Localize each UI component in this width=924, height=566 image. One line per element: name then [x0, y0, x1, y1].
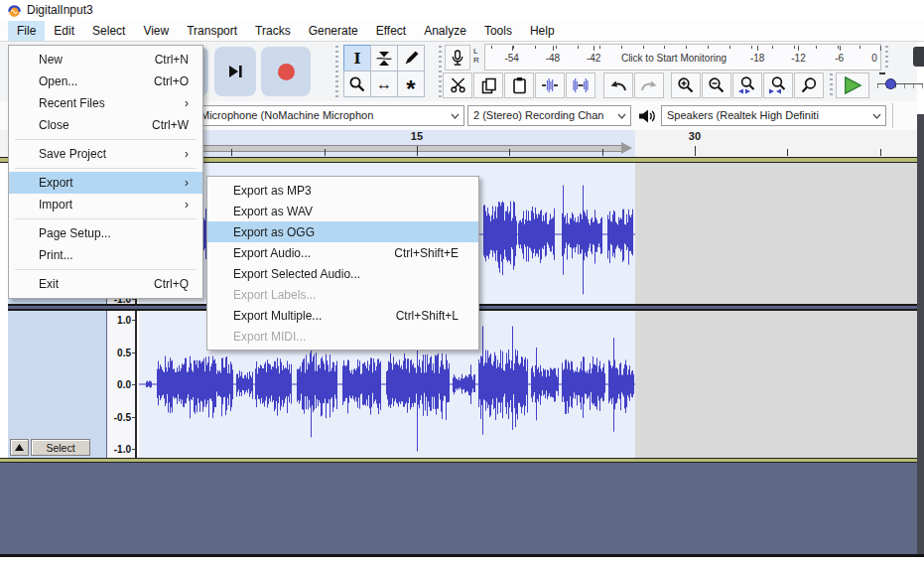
menu-item-label: Open... [39, 74, 154, 88]
trim-audio-button[interactable] [535, 72, 565, 98]
envelope-tool-icon [375, 50, 393, 68]
copy-button[interactable] [473, 72, 503, 98]
zoom-tool-button[interactable] [343, 71, 371, 97]
menu-item-label: Close [39, 118, 152, 132]
menubar-item-effect[interactable]: Effect [367, 21, 415, 41]
play-speed-slider[interactable] [877, 72, 924, 98]
channel-r-label: R [473, 56, 479, 65]
menu-item-shortcut: Ctrl+N [155, 53, 189, 67]
track1-unselected-region[interactable] [635, 163, 917, 304]
playback-device-select[interactable]: Speakers (Realtek High Definiti [661, 105, 886, 126]
record-button[interactable] [261, 47, 311, 96]
meter-major-tick [757, 46, 758, 51]
menubar-item-analyze[interactable]: Analyze [415, 21, 475, 41]
recording-channels-select[interactable]: 2 (Stereo) Recording Chan [467, 105, 631, 126]
meter-minor-tick [513, 46, 514, 49]
track2-control-panel[interactable]: Select [8, 311, 107, 458]
paste-button[interactable] [504, 72, 534, 98]
menu-item-import[interactable]: Import› [9, 194, 202, 215]
menubar-item-transport[interactable]: Transport [178, 21, 246, 41]
vertical-scrollbar[interactable] [917, 114, 924, 554]
menu-item-label: Export as OGG [233, 225, 459, 239]
selection-tool-button[interactable]: I [343, 45, 371, 71]
menu-item-export-as-mp3[interactable]: Export as MP3 [207, 180, 478, 201]
scale-tick [132, 384, 135, 385]
fit-project-button[interactable] [763, 72, 793, 98]
menu-item-export-multiple[interactable]: Export Multiple...Ctrl+Shift+L [207, 305, 478, 326]
collapse-track-button[interactable] [10, 439, 29, 456]
menu-item-open[interactable]: Open...Ctrl+O [9, 71, 202, 92]
menu-item-close[interactable]: CloseCtrl+W [9, 114, 202, 136]
export-submenu: Export as MP3Export as WAVExport as OGGE… [206, 176, 479, 351]
scale-label: 0.0 [117, 379, 131, 390]
silence-audio-button[interactable] [566, 72, 595, 98]
menu-item-save-project[interactable]: Save Project› [9, 143, 202, 165]
record-meter-mic-button[interactable] [445, 45, 470, 71]
menu-item-print[interactable]: Print... [9, 244, 202, 266]
menu-item-label: Page Setup... [39, 226, 189, 240]
slider-thumb[interactable] [885, 78, 896, 89]
scale-label: -1.0 [114, 444, 131, 455]
collapse-triangle-icon [15, 444, 24, 451]
menu-item-export-labels: Export Labels... [207, 284, 478, 305]
scale-tick [132, 320, 135, 321]
meter-toolbar-grip[interactable] [439, 46, 442, 98]
menubar-item-view[interactable]: View [134, 21, 178, 41]
menu-item-label: Export Audio... [233, 246, 394, 260]
meter-db-label: -6 [835, 53, 844, 64]
timeline-tick [695, 146, 696, 156]
zoom-toggle-button[interactable] [794, 72, 824, 98]
draw-tool-icon [403, 50, 420, 67]
play-region-arrow-icon [621, 142, 632, 154]
draw-tool-button[interactable] [397, 45, 425, 71]
play-at-speed-button[interactable] [836, 72, 869, 98]
menubar-item-generate[interactable]: Generate [300, 21, 367, 41]
play-at-speed-grip[interactable] [830, 73, 833, 98]
multi-tool-button[interactable]: * [397, 71, 425, 97]
microphone-icon [449, 49, 466, 68]
tools-toolbar-grip[interactable] [335, 46, 338, 98]
menu-item-new[interactable]: NewCtrl+N [9, 49, 202, 71]
menu-item-label: Recent Files [39, 96, 185, 110]
timeline-tick [602, 149, 603, 156]
select-track-button[interactable]: Select [31, 439, 90, 456]
menu-item-export-as-ogg[interactable]: Export as OGG [207, 221, 478, 242]
meter-minor-tick [599, 46, 600, 49]
menu-item-page-setup[interactable]: Page Setup... [9, 222, 202, 244]
menubar-item-help[interactable]: Help [521, 21, 564, 41]
recording-meter[interactable]: Click to Start Monitoring -54-48-42-18-1… [484, 44, 881, 71]
menu-item-export-as-wav[interactable]: Export as WAV [207, 201, 478, 221]
envelope-tool-button[interactable] [370, 45, 398, 71]
empty-project-area[interactable] [0, 463, 924, 554]
playback-meter-partial[interactable] [913, 47, 924, 67]
menubar-item-tools[interactable]: Tools [475, 21, 521, 41]
zoom-tool-icon [348, 75, 366, 93]
recording-device-select[interactable]: Microphone (NoMachine Microphon [195, 105, 464, 126]
cut-button[interactable] [443, 72, 472, 98]
playback-meter-grip[interactable] [885, 46, 888, 71]
zoom-selection-button[interactable] [732, 72, 762, 98]
menu-item-export-selected-audio[interactable]: Export Selected Audio... [207, 263, 478, 284]
menu-item-shortcut: Ctrl+Q [154, 277, 189, 291]
menu-item-label: Export Multiple... [233, 309, 396, 323]
menu-item-label: Export MIDI... [233, 330, 459, 344]
menu-item-exit[interactable]: ExitCtrl+Q [9, 273, 202, 295]
zoom-out-button[interactable] [702, 72, 731, 98]
meter-major-tick [798, 46, 799, 51]
menubar-item-edit[interactable]: Edit [45, 21, 83, 41]
menubar-item-tracks[interactable]: Tracks [246, 21, 300, 41]
menu-item-export-audio[interactable]: Export Audio...Ctrl+Shift+E [207, 242, 478, 263]
menubar-item-select[interactable]: Select [83, 21, 134, 41]
timeline-selection [139, 130, 635, 157]
meter-prompt-text: Click to Start Monitoring [621, 53, 726, 64]
undo-button[interactable] [603, 72, 633, 98]
track2-unselected-region[interactable] [635, 311, 917, 458]
skip-to-end-button[interactable] [214, 47, 256, 96]
redo-button[interactable] [634, 72, 664, 98]
menu-item-recent-files[interactable]: Recent Files› [9, 92, 202, 114]
zoom-out-icon [708, 76, 726, 94]
menu-item-export[interactable]: Export› [9, 172, 202, 194]
time-shift-tool-button[interactable]: ↔ [370, 71, 398, 97]
menubar-item-file[interactable]: File [8, 21, 45, 41]
zoom-in-button[interactable] [671, 72, 701, 98]
